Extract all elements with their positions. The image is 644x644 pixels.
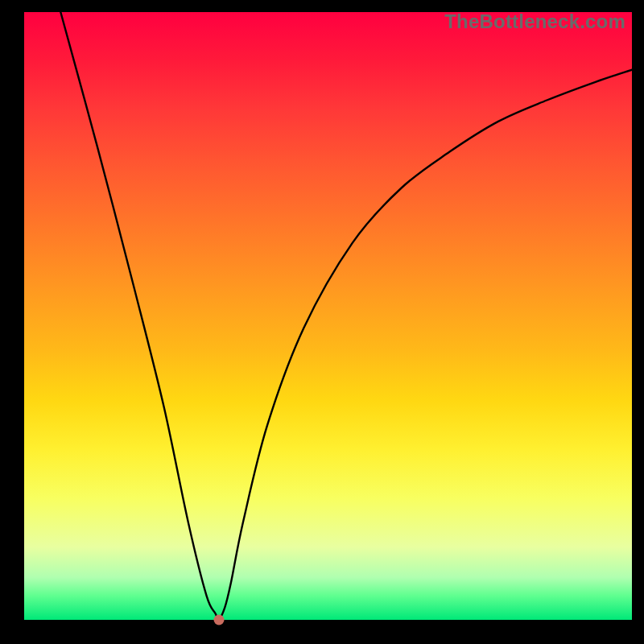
plot-area: TheBottleneck.com [24,12,632,620]
optimal-point-marker [213,615,224,625]
bottleneck-curve [60,12,632,620]
curve-svg [24,12,632,620]
chart-container: TheBottleneck.com [0,0,644,644]
